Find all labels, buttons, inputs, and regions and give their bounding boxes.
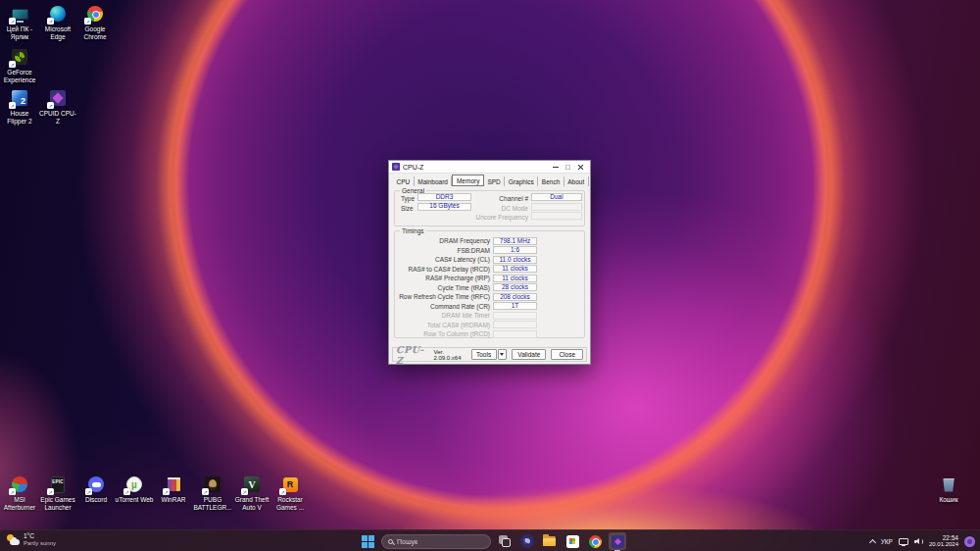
type-label: Type	[401, 195, 415, 202]
desktop-icon-pubg[interactable]: ↗ PUBG BATTLEGR...	[193, 475, 232, 512]
start-button[interactable]	[359, 532, 376, 550]
uncore-frequency-value	[531, 212, 582, 220]
weather-widget[interactable]: 1°C Partly sunny	[6, 532, 56, 548]
desktop-icon-label: Цей ПК - Ярлик	[0, 25, 39, 41]
task-view-button[interactable]	[496, 532, 514, 550]
timings-group: Timings DRAM Frequency798.1 MHz FSB:DRAM…	[394, 230, 585, 338]
desktop-icon-cpuz[interactable]: ↗ CPUID CPU-Z	[38, 88, 77, 125]
taskbar-app-explorer[interactable]	[541, 532, 559, 550]
shortcut-arrow-icon: ↗	[85, 488, 92, 495]
tab-bench[interactable]: Bench	[538, 176, 564, 186]
shortcut-arrow-icon: ↗	[9, 102, 16, 109]
timing-value: 1:6	[493, 246, 537, 254]
utorrent-icon: µ↗	[124, 475, 144, 494]
title-bar[interactable]: CPU-Z	[389, 161, 590, 174]
shortcut-arrow-icon: ↗	[163, 488, 170, 495]
shortcut-arrow-icon: ↗	[9, 61, 16, 68]
timing-value: 28 clocks	[493, 283, 537, 291]
volume-icon[interactable]	[914, 537, 923, 545]
tools-button[interactable]: Tools	[471, 349, 497, 360]
language-indicator[interactable]: УКР	[881, 538, 893, 545]
tab-spd[interactable]: SPD	[484, 176, 505, 186]
taskbar-app-cpuz-active[interactable]	[609, 532, 626, 550]
window-footer: CPU-Z Ver. 2.09.0.x64 Tools Validate Clo…	[392, 347, 587, 362]
timing-label: RAS# Precharge (tRP)	[395, 275, 490, 281]
dc-mode-value	[531, 203, 582, 211]
tools-dropdown-button[interactable]	[498, 349, 508, 360]
timing-label: FSB:DRAM	[395, 247, 490, 254]
timing-label: DRAM Idle Timer	[395, 312, 490, 319]
rockstar-icon: R↗	[280, 475, 300, 494]
maximize-button[interactable]	[562, 162, 574, 173]
validate-button[interactable]: Validate	[512, 349, 546, 360]
timing-label: DRAM Frequency	[395, 237, 490, 244]
desktop-icon-gta-v[interactable]: V↗ Grand Theft Auto V	[232, 475, 271, 512]
windows-logo-icon	[362, 535, 374, 548]
desktop-icon-label: Google Chrome	[75, 25, 115, 41]
search-input[interactable]: Пошук	[381, 534, 491, 549]
minimize-button[interactable]	[549, 162, 562, 173]
timing-value: 11 clocks	[493, 265, 537, 273]
desktop-icon-discord[interactable]: ↗ Discord	[76, 475, 116, 504]
timing-label: CAS# Latency (CL)	[395, 256, 490, 263]
desktop-icon-recycle-bin[interactable]: Кошик	[929, 475, 968, 504]
chat-app-icon	[520, 534, 534, 548]
desktop-icon-chrome[interactable]: ↗ Google Chrome	[75, 4, 115, 41]
hidden-icons-chevron[interactable]	[869, 538, 876, 545]
pubg-icon: ↗	[203, 475, 222, 494]
close-dialog-button[interactable]: Close	[551, 349, 583, 360]
cpuz-logo: CPU-Z	[396, 344, 430, 366]
this-pc-icon: ↗	[10, 4, 29, 24]
desktop-icon-label: Grand Theft Auto V	[232, 496, 271, 512]
chrome-icon	[589, 535, 602, 548]
shortcut-arrow-icon: ↗	[202, 488, 209, 495]
microsoft-store-icon	[566, 535, 579, 548]
tab-mainboard[interactable]: Mainboard	[415, 176, 453, 186]
tab-cpu[interactable]: CPU	[393, 176, 415, 186]
maximize-icon	[565, 165, 570, 170]
desktop-icon-edge[interactable]: ↗ Microsoft Edge	[38, 4, 77, 41]
desktop-icon-winrar[interactable]: ↗ WinRAR	[154, 475, 193, 504]
app-icon	[392, 163, 400, 171]
partly-sunny-icon	[6, 533, 20, 546]
desktop-icon-this-pc[interactable]: ↗ Цей ПК - Ярлик	[0, 4, 39, 41]
taskbar-app-store[interactable]	[564, 532, 581, 550]
timing-value: 11.0 clocks	[493, 256, 537, 264]
taskbar-app-chrome[interactable]	[586, 532, 604, 550]
clock[interactable]: 22:54 20.01.2024	[929, 534, 958, 549]
close-icon	[577, 164, 584, 171]
desktop-icon-geforce[interactable]: ↗ GeForce Experience	[0, 47, 39, 84]
notification-badge[interactable]	[964, 536, 975, 547]
desktop-icon-house-flipper[interactable]: 2↗ House Flipper 2	[0, 88, 39, 125]
tab-about[interactable]: About	[564, 176, 589, 186]
search-placeholder: Пошук	[397, 538, 476, 545]
timing-label: RAS# to CAS# Delay (tRCD)	[395, 266, 490, 273]
desktop-icon-msi-afterburner[interactable]: ↗ MSI Afterburner	[0, 475, 39, 512]
general-group: General Type DDR3 Size 16 GBytes Channel…	[394, 190, 585, 226]
desktop-icon-label: GeForce Experience	[0, 69, 39, 84]
timing-value: 11 clocks	[493, 275, 537, 282]
desktop-icon-rockstar[interactable]: R↗ Rockstar Games ...	[270, 475, 310, 512]
close-button[interactable]	[574, 162, 587, 173]
timing-label: Command Rate (CR)	[395, 303, 490, 310]
size-label: Size	[401, 205, 414, 212]
desktop-icon-epic-games[interactable]: EPIC↗ Epic Games Launcher	[38, 475, 77, 512]
version-text: Ver. 2.09.0.x64	[434, 349, 471, 361]
timing-value: 798.1 MHz	[493, 237, 537, 245]
tray-date: 20.01.2024	[929, 541, 958, 548]
channel-label: Channel #	[489, 195, 528, 202]
desktop-icon-label: Microsoft Edge	[38, 25, 77, 41]
network-icon[interactable]	[899, 538, 908, 545]
size-value: 16 GBytes	[417, 203, 471, 211]
taskbar-app-chat[interactable]	[518, 532, 536, 550]
search-highlight-image	[476, 535, 488, 547]
shortcut-arrow-icon: ↗	[47, 488, 54, 495]
desktop-icon-label: Rockstar Games ...	[270, 496, 310, 512]
chevron-down-icon	[500, 353, 504, 356]
tab-memory[interactable]: Memory	[452, 175, 483, 186]
desktop-icon-utorrent[interactable]: µ↗ uTorrent Web	[115, 475, 154, 504]
desktop-icon-label: MSI Afterburner	[0, 496, 39, 512]
desktop-icon-label: CPUID CPU-Z	[38, 110, 77, 125]
tab-graphics[interactable]: Graphics	[505, 176, 538, 186]
timing-value	[493, 321, 537, 328]
